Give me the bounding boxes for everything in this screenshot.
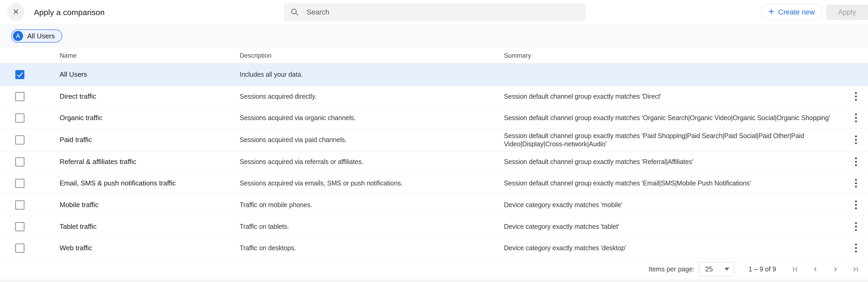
table-row[interactable]: Tablet traffic Traffic on tablets. Devic… xyxy=(0,216,868,238)
apply-comparison-panel: ✕ Apply a comparison + Create new Apply … xyxy=(0,0,868,282)
table-row[interactable]: Mobile traffic Traffic on mobile phones.… xyxy=(0,194,868,216)
row-checkbox[interactable] xyxy=(16,179,24,188)
row-summary: Session default channel group exactly ma… xyxy=(504,92,844,101)
row-checkbox[interactable] xyxy=(16,92,24,101)
row-description: Sessions acquired via referrals or affil… xyxy=(240,158,504,166)
row-checkbox[interactable] xyxy=(16,222,24,231)
pagination-bar: Items per page: 25 1 – 9 of 9 xyxy=(0,259,868,280)
top-bar: ✕ Apply a comparison + Create new Apply xyxy=(0,0,868,25)
apply-button[interactable]: Apply xyxy=(826,4,868,20)
table-row[interactable]: Web traffic Traffic on desktops. Device … xyxy=(0,238,868,259)
search-input[interactable] xyxy=(306,8,579,17)
row-checkbox[interactable] xyxy=(16,201,24,210)
row-summary: Session default channel group exactly ma… xyxy=(504,114,844,122)
items-per-page-value: 25 xyxy=(705,265,724,273)
row-menu-icon[interactable] xyxy=(844,135,868,144)
column-header-description: Description xyxy=(240,52,504,59)
items-per-page-select[interactable]: 25 xyxy=(699,262,734,276)
row-checkbox[interactable] xyxy=(16,70,24,79)
top-bar-actions: + Create new Apply xyxy=(761,4,868,20)
row-checkbox[interactable] xyxy=(16,113,24,122)
row-name: Referral & affiliates traffic xyxy=(60,158,240,166)
search-icon xyxy=(290,8,299,17)
row-name: Direct traffic xyxy=(60,92,240,101)
column-header-name: Name xyxy=(60,52,240,59)
first-page-icon[interactable] xyxy=(791,265,799,274)
row-checkbox[interactable] xyxy=(16,135,24,144)
row-summary: Device category exactly matches 'desktop… xyxy=(504,244,844,252)
page-range-label: 1 – 9 of 9 xyxy=(749,265,776,273)
row-description: Sessions acquired directly. xyxy=(240,93,504,100)
chip-bar: A All Users xyxy=(0,25,868,48)
row-summary: Device category exactly matches 'mobile' xyxy=(504,201,844,209)
table-row[interactable]: Direct traffic Sessions acquired directl… xyxy=(0,86,868,107)
row-menu-icon[interactable] xyxy=(844,179,868,187)
row-description: Sessions acquired via paid channels. xyxy=(240,136,504,144)
column-header-summary: Summary xyxy=(504,52,868,59)
row-menu-icon[interactable] xyxy=(844,244,868,252)
row-name: Paid traffic xyxy=(60,136,240,144)
close-icon[interactable]: ✕ xyxy=(7,3,24,21)
bottom-strip xyxy=(0,280,868,282)
row-name: All Users xyxy=(60,70,240,78)
next-page-icon[interactable] xyxy=(831,265,840,274)
row-checkbox[interactable] xyxy=(16,244,24,253)
table-body: All Users Includes all your data. Direct… xyxy=(0,64,868,259)
dropdown-caret-icon xyxy=(724,268,729,271)
row-summary: Session default channel group exactly ma… xyxy=(504,158,844,166)
row-summary: Session default channel group exactly ma… xyxy=(504,179,844,187)
previous-page-icon[interactable] xyxy=(811,265,819,274)
table-header: Name Description Summary xyxy=(0,48,868,64)
chip-avatar: A xyxy=(13,31,23,41)
table-row[interactable]: Referral & affiliates traffic Sessions a… xyxy=(0,151,868,173)
row-description: Sessions acquired via emails, SMS or pus… xyxy=(240,179,504,187)
create-new-button[interactable]: + Create new xyxy=(761,4,822,20)
row-description: Traffic on desktops. xyxy=(240,244,504,252)
row-checkbox[interactable] xyxy=(16,157,24,166)
row-description: Sessions acquired via organic channels. xyxy=(240,114,504,122)
row-name: Organic traffic xyxy=(60,114,240,122)
row-menu-icon[interactable] xyxy=(844,92,868,101)
search-box[interactable] xyxy=(284,3,586,21)
row-description: Traffic on mobile phones. xyxy=(240,201,504,209)
row-menu-icon[interactable] xyxy=(844,222,868,231)
row-name: Mobile traffic xyxy=(60,201,240,209)
create-new-label: Create new xyxy=(778,8,815,16)
row-name: Tablet traffic xyxy=(60,222,240,231)
table-row[interactable]: Paid traffic Sessions acquired via paid … xyxy=(0,129,868,151)
items-per-page-label: Items per page: xyxy=(649,265,694,273)
row-menu-icon[interactable] xyxy=(844,113,868,122)
table-row[interactable]: Email, SMS & push notifications traffic … xyxy=(0,173,868,194)
row-summary: Device category exactly matches 'tablet' xyxy=(504,222,844,231)
chip-label: All Users xyxy=(27,32,55,40)
table-row[interactable]: Organic traffic Sessions acquired via or… xyxy=(0,107,868,129)
row-summary: Session default channel group exactly ma… xyxy=(504,132,844,148)
row-description: Traffic on tablets. xyxy=(240,223,504,231)
table-row[interactable]: All Users Includes all your data. xyxy=(0,64,868,86)
comparison-chip-all-users[interactable]: A All Users xyxy=(11,29,62,43)
row-description: Includes all your data. xyxy=(240,71,504,78)
row-name: Email, SMS & push notifications traffic xyxy=(60,179,240,187)
plus-icon: + xyxy=(769,7,774,16)
row-name: Web traffic xyxy=(60,244,240,252)
page-title: Apply a comparison xyxy=(34,0,104,25)
row-menu-icon[interactable] xyxy=(844,157,868,166)
last-page-icon[interactable] xyxy=(851,265,860,274)
row-menu-icon[interactable] xyxy=(844,201,868,209)
